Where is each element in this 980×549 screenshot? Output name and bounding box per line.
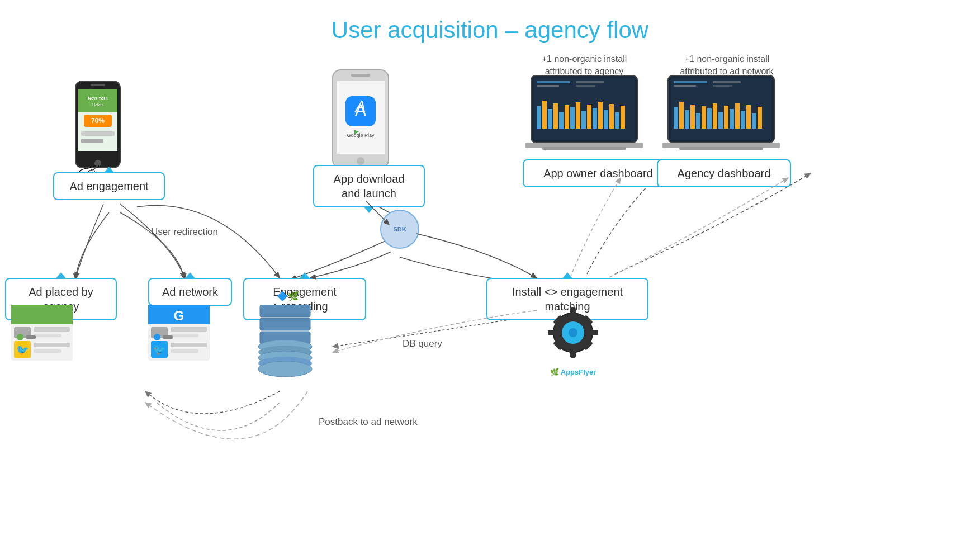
- svg-rect-31: [34, 343, 70, 347]
- svg-rect-71: [553, 103, 558, 129]
- svg-rect-44: [171, 349, 198, 353]
- svg-rect-113: [679, 147, 763, 150]
- svg-rect-91: [671, 78, 771, 140]
- ad-engagement-callout: Ad engagement: [53, 172, 165, 200]
- svg-rect-14: [81, 139, 103, 143]
- svg-rect-82: [615, 112, 619, 129]
- svg-rect-104: [741, 111, 745, 129]
- svg-rect-89: [542, 147, 626, 150]
- app-download-callout: App download and launch: [313, 165, 425, 207]
- svg-rect-107: [758, 107, 762, 129]
- svg-rect-60: [548, 330, 558, 335]
- svg-rect-83: [621, 106, 625, 129]
- ad-placed-icons: 🐦: [11, 305, 73, 355]
- svg-point-45: [154, 334, 160, 340]
- svg-rect-99: [713, 103, 717, 129]
- svg-rect-75: [576, 102, 580, 129]
- svg-point-57: [569, 328, 577, 337]
- agency-dashboard-callout: Agency dashboard: [657, 159, 791, 187]
- svg-rect-68: [537, 106, 541, 129]
- app-store-phone: A A Google Play: [330, 67, 391, 173]
- svg-rect-72: [559, 112, 564, 129]
- svg-rect-93: [679, 102, 684, 129]
- svg-rect-48: [260, 318, 310, 330]
- svg-rect-94: [685, 110, 689, 129]
- svg-rect-46: [163, 335, 173, 339]
- svg-rect-98: [707, 108, 712, 129]
- svg-rect-73: [565, 105, 569, 129]
- svg-rect-80: [604, 110, 608, 129]
- svg-rect-59: [570, 348, 576, 358]
- svg-rect-32: [34, 349, 61, 353]
- svg-point-54: [258, 361, 312, 377]
- svg-rect-108: [674, 81, 707, 83]
- svg-rect-110: [713, 81, 741, 83]
- svg-rect-77: [587, 105, 591, 129]
- svg-rect-69: [542, 101, 547, 129]
- svg-point-33: [17, 334, 23, 340]
- user-redirection-label: User redirection: [151, 226, 218, 238]
- svg-rect-74: [570, 107, 575, 129]
- svg-rect-109: [674, 85, 696, 87]
- svg-rect-102: [730, 109, 734, 129]
- svg-text:G: G: [174, 308, 184, 323]
- svg-text:70%: 70%: [91, 117, 105, 125]
- svg-rect-43: [171, 343, 207, 347]
- svg-rect-92: [674, 107, 678, 129]
- svg-rect-70: [548, 109, 552, 129]
- svg-rect-84: [537, 81, 570, 83]
- svg-text:🐦: 🐦: [153, 344, 166, 356]
- svg-text:New York: New York: [88, 96, 108, 101]
- postback-arrow-svg: [0, 0, 980, 549]
- svg-rect-106: [752, 113, 756, 129]
- svg-rect-79: [598, 102, 603, 129]
- svg-rect-47: [260, 305, 310, 317]
- arrows-svg: [0, 0, 980, 549]
- svg-rect-97: [702, 106, 706, 129]
- svg-rect-58: [570, 307, 576, 318]
- page-title: User acquisition – agency flow: [332, 17, 648, 44]
- diagram: User acquisition – agency flow: [0, 0, 980, 549]
- svg-text:🐦: 🐦: [16, 344, 29, 356]
- svg-rect-25: [11, 305, 73, 324]
- postback-label: Postback to ad network: [319, 417, 418, 428]
- svg-rect-27: [34, 327, 70, 332]
- db-query-label: DB query: [403, 338, 442, 349]
- svg-rect-105: [746, 105, 751, 129]
- svg-point-18: [357, 157, 364, 165]
- svg-rect-61: [588, 330, 598, 335]
- app-owner-dashboard-callout: App owner dashboard: [523, 159, 674, 187]
- svg-rect-85: [537, 85, 559, 87]
- agency-top-note: +1 non-organic install attributed to ad …: [668, 53, 785, 78]
- svg-rect-86: [576, 81, 604, 83]
- svg-rect-111: [713, 85, 732, 87]
- svg-rect-34: [26, 335, 36, 339]
- agency-laptop: [662, 73, 780, 159]
- svg-rect-96: [696, 113, 700, 129]
- svg-rect-87: [576, 85, 595, 87]
- svg-rect-101: [724, 106, 728, 129]
- svg-text:Hotels: Hotels: [92, 103, 103, 107]
- sdk-circle: SDK: [380, 210, 419, 249]
- svg-rect-13: [81, 131, 115, 136]
- svg-rect-76: [581, 111, 586, 129]
- svg-rect-100: [718, 112, 723, 129]
- svg-rect-78: [593, 108, 597, 129]
- ad-network-icons: G 🐦: [148, 305, 210, 355]
- app-owner-top-note: +1 non-organic install attributed to age…: [525, 53, 643, 78]
- server-stack: [252, 305, 307, 372]
- svg-rect-8: [78, 89, 117, 112]
- appsflyer-gear: 🌿 AppsFlyer: [542, 302, 604, 376]
- svg-rect-17: [351, 74, 370, 77]
- svg-text:Google Play: Google Play: [347, 132, 375, 138]
- svg-rect-28: [34, 334, 61, 337]
- svg-rect-39: [171, 327, 207, 332]
- svg-rect-40: [171, 334, 198, 337]
- app-owner-laptop: [525, 73, 643, 159]
- svg-rect-81: [609, 104, 614, 129]
- ad-network-callout: Ad network: [148, 278, 232, 306]
- svg-rect-95: [690, 105, 695, 129]
- svg-rect-103: [735, 103, 740, 129]
- svg-text:A: A: [354, 98, 366, 115]
- svg-rect-5: [91, 84, 105, 86]
